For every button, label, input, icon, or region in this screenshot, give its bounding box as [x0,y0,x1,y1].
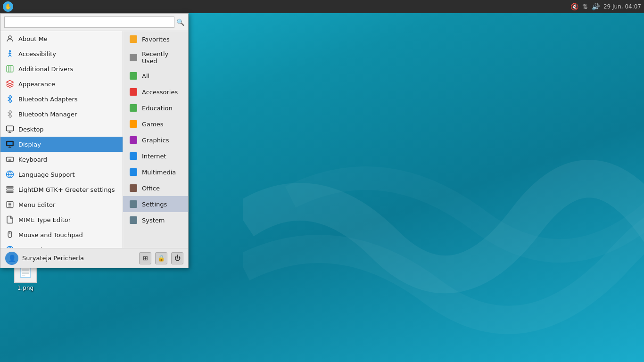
taskbar-logo[interactable]: ✋ [3,1,13,12]
left-panel-item-language-support[interactable]: Language Support [0,167,123,182]
left-panel-item-network[interactable]: Network [0,242,123,248]
office-cat-icon [129,183,138,193]
mouse-touchpad-icon [5,230,15,239]
taskbar-right: 🔇 ⇅ 🔊 29 Jun, 04:07 [570,3,641,10]
additional-drivers-icon [5,64,15,74]
network-icon [5,245,15,248]
search-button[interactable]: 🔍 [176,18,184,26]
svg-rect-31 [130,54,137,61]
svg-rect-21 [7,191,13,193]
power-button[interactable]: ⏻ [171,252,183,264]
games-cat-icon [129,119,138,129]
search-bar: 🔍 [0,14,188,31]
right-panel-item-multimedia[interactable]: Multimedia [123,164,188,180]
right-panel-item-system[interactable]: System [123,212,188,228]
accessories-cat-label: Accessories [142,89,178,96]
left-panel: About MeAccessibilityAdditional DriversA… [0,31,123,248]
right-panel-item-favorites[interactable]: Favorites [123,31,188,47]
taskbar-left: ✋ [3,1,13,12]
right-panel-item-settings[interactable]: Settings [123,196,188,212]
favorites-cat-label: Favorites [142,36,170,43]
svg-rect-9 [7,142,13,146]
svg-rect-41 [130,216,137,224]
left-panel-item-lightdm-settings[interactable]: LightDM GTK+ Greeter settings [0,182,123,197]
svg-rect-36 [130,136,137,144]
user-avatar: 👤 [5,252,18,265]
right-panel: FavoritesRecently UsedAllAccessoriesEduc… [123,31,188,248]
left-panel-item-about-me[interactable]: About Me [0,31,123,46]
right-panel-item-internet[interactable]: Internet [123,148,188,164]
right-panel-item-graphics[interactable]: Graphics [123,132,188,148]
about-me-label: About Me [18,35,48,42]
svg-rect-40 [130,200,137,208]
svg-rect-37 [130,152,137,160]
svg-point-0 [8,36,11,39]
additional-drivers-label: Additional Drivers [18,66,73,73]
svg-rect-34 [130,104,137,112]
volume-icon[interactable]: 🔊 [592,3,600,10]
multimedia-cat-label: Multimedia [142,169,176,176]
svg-rect-33 [130,88,137,96]
all-cat-icon [129,71,138,81]
left-panel-item-display[interactable]: Display [0,137,123,152]
lightdm-settings-label: LightDM GTK+ Greeter settings [18,186,115,193]
recently-used-cat-icon [129,53,138,62]
language-support-icon [5,170,15,179]
keyboard-label: Keyboard [18,156,47,163]
right-panel-item-recently-used[interactable]: Recently Used [123,47,188,68]
mute-icon[interactable]: 🔇 [570,3,578,10]
network-icon[interactable]: ⇅ [582,3,588,10]
user-name-label: Suryateja Pericherla [22,255,135,262]
display-label: Display [18,141,41,148]
svg-rect-32 [130,72,137,80]
multimedia-cat-icon [129,167,138,177]
language-support-label: Language Support [18,171,75,178]
lock-button[interactable]: 🔒 [155,252,167,264]
svg-rect-12 [7,157,14,162]
settings-cat-icon [129,199,138,209]
mime-type-editor-label: MIME Type Editor [18,216,71,223]
mime-type-editor-icon [5,215,15,224]
left-panel-item-desktop[interactable]: Desktop [0,122,123,137]
office-cat-label: Office [142,185,160,192]
menu-editor-icon [5,200,15,209]
left-panel-item-mime-type-editor[interactable]: MIME Type Editor [0,212,123,227]
left-panel-item-mouse-touchpad[interactable]: Mouse and Touchpad [0,227,123,242]
favorites-cat-icon [129,34,138,44]
svg-rect-20 [7,189,13,190]
accessories-cat-icon [129,87,138,97]
svg-rect-35 [130,120,137,128]
accessibility-icon [5,49,15,58]
left-panel-item-menu-editor[interactable]: Menu Editor [0,197,123,212]
network-label: Network [18,247,44,248]
system-cat-icon [129,215,138,225]
left-panel-item-bluetooth-manager[interactable]: Bluetooth Manager [0,107,123,122]
left-panel-item-appearance[interactable]: Appearance [0,76,123,91]
switch-user-button[interactable]: ⊞ [139,252,151,264]
menu-editor-label: Menu Editor [18,201,55,208]
education-cat-icon [129,103,138,113]
bluetooth-manager-icon [5,109,15,119]
desktop-label: Desktop [18,126,44,133]
right-panel-item-education[interactable]: Education [123,100,188,116]
internet-cat-icon [129,151,138,161]
taskbar: ✋ 🔇 ⇅ 🔊 29 Jun, 04:07 [0,0,644,13]
right-panel-item-all[interactable]: All [123,68,188,84]
right-panel-item-office[interactable]: Office [123,180,188,196]
left-panel-item-additional-drivers[interactable]: Additional Drivers [0,61,123,76]
left-panel-item-bluetooth-adapters[interactable]: Bluetooth Adapters [0,91,123,107]
left-panel-item-accessibility[interactable]: Accessibility [0,46,123,61]
search-input[interactable] [4,16,174,28]
bluetooth-adapters-icon [5,94,15,104]
recently-used-cat-label: Recently Used [142,50,182,65]
right-panel-item-accessories[interactable]: Accessories [123,84,188,100]
menu-footer: 👤 Suryateja Pericherla ⊞ 🔒 ⏻ [0,248,188,268]
appearance-label: Appearance [18,81,55,88]
right-panel-item-games[interactable]: Games [123,116,188,132]
file-label: 1.png [17,285,33,291]
svg-rect-30 [130,35,137,43]
left-panel-item-keyboard[interactable]: Keyboard [0,152,123,167]
system-cat-label: System [142,217,165,224]
internet-cat-label: Internet [142,153,166,160]
bluetooth-adapters-label: Bluetooth Adapters [18,96,78,103]
